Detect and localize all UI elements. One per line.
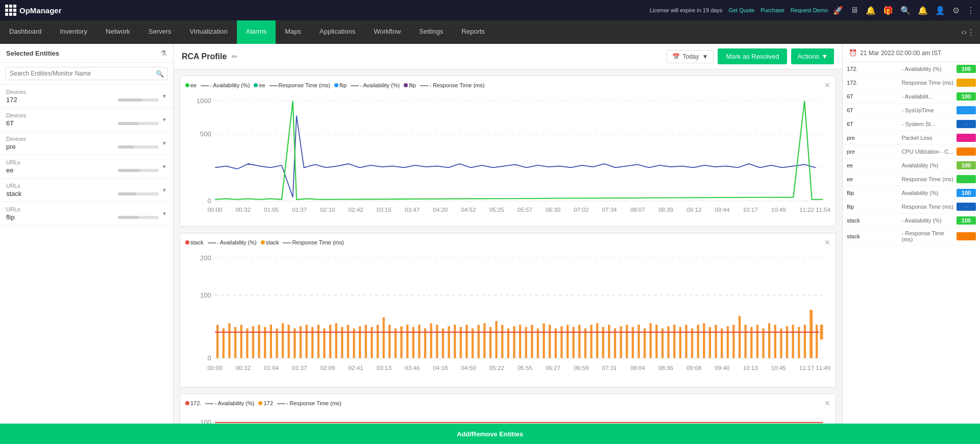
- svg-rect-133: [786, 326, 788, 358]
- nav-dashboard[interactable]: Dashboard: [0, 20, 51, 44]
- sidebar-items: Devices 172 ▼ Devices 6T: [0, 85, 173, 426]
- svg-rect-69: [406, 325, 408, 358]
- metric-label: Response Time (ms): [902, 80, 955, 86]
- sidebar-item-devices-pre: Devices pre ▼: [0, 132, 173, 155]
- sidebar-title: Selected Entities: [6, 50, 59, 57]
- header-actions: 📅 Today ▼ Mark as Resolved Actions ▼: [667, 48, 834, 64]
- svg-text:09:08: 09:08: [687, 364, 701, 371]
- svg-text:04:20: 04:20: [433, 206, 448, 213]
- chart1-legend: ee - Availability (%) ee Response Time (…: [185, 81, 830, 89]
- sidebar-item-urls-stack: URLs stack ▼: [0, 179, 173, 202]
- metric-badge: 100: [957, 92, 976, 101]
- nav-alarms[interactable]: Alarms: [237, 20, 276, 44]
- svg-rect-84: [495, 321, 497, 358]
- svg-rect-132: [780, 329, 782, 358]
- svg-rect-46: [270, 325, 272, 358]
- get-quote-link[interactable]: Get Quote: [728, 7, 754, 13]
- svg-text:05:25: 05:25: [489, 206, 504, 213]
- nav-applications[interactable]: Applications: [310, 20, 364, 44]
- metric-badge: -: [957, 175, 976, 183]
- nav-network[interactable]: Network: [96, 20, 139, 44]
- gift-icon[interactable]: 🎁: [883, 6, 893, 15]
- svg-text:03:15: 03:15: [377, 206, 391, 213]
- page-title: RCA Profile: [182, 52, 227, 61]
- chart2-svg: 200 100 0: [185, 251, 830, 380]
- svg-text:06:59: 06:59: [574, 364, 589, 371]
- svg-rect-129: [762, 329, 764, 358]
- request-demo-link[interactable]: Request Demo: [791, 7, 828, 13]
- svg-rect-60: [353, 329, 355, 358]
- nav-maps[interactable]: Maps: [276, 20, 310, 44]
- dots-icon[interactable]: ⋮: [967, 28, 975, 37]
- nav-virtualization[interactable]: Virtualization: [181, 20, 237, 44]
- svg-rect-42: [246, 329, 248, 358]
- search-submit-icon[interactable]: 🔍: [156, 70, 164, 78]
- edit-icon[interactable]: ✏: [232, 53, 238, 61]
- chart3-close-button[interactable]: ✕: [824, 399, 830, 407]
- svg-rect-47: [276, 329, 278, 358]
- bell-icon[interactable]: 🔔: [866, 6, 876, 15]
- nav-workflow[interactable]: Workflow: [364, 20, 410, 44]
- metric-label: - System St...: [902, 121, 955, 127]
- filter-icon[interactable]: ⚗: [160, 49, 167, 57]
- metric-entity-name: flip: [847, 190, 900, 196]
- svg-rect-104: [614, 329, 616, 358]
- metric-label: Response Time (ms): [902, 176, 955, 182]
- chart2-close-button[interactable]: ✕: [824, 238, 830, 246]
- dropdown-arrow-icon: ▼: [821, 53, 828, 60]
- date-picker[interactable]: 📅 Today ▼: [667, 50, 714, 63]
- svg-rect-51: [300, 326, 302, 358]
- svg-rect-39: [228, 323, 230, 358]
- metric-row: preCPU Utilization - C...-: [843, 145, 980, 159]
- svg-text:03:46: 03:46: [405, 364, 420, 371]
- navbar-more[interactable]: ‹ › ⋮: [956, 20, 980, 44]
- svg-rect-77: [454, 325, 456, 358]
- menu-icon[interactable]: ⋮: [967, 6, 975, 15]
- nav-inventory[interactable]: Inventory: [51, 20, 96, 44]
- add-remove-footer-button[interactable]: Add/Remove Entities: [457, 430, 523, 438]
- user-icon[interactable]: 👤: [935, 6, 945, 15]
- legend-line-stack2: Response Time (ms): [283, 239, 344, 245]
- search-icon[interactable]: 🔍: [900, 6, 911, 15]
- nav-settings[interactable]: Settings: [410, 20, 452, 44]
- alarm-icon[interactable]: 🔔: [918, 6, 928, 15]
- svg-rect-61: [359, 326, 361, 358]
- svg-rect-82: [483, 323, 485, 358]
- purchase-link[interactable]: Purchase: [761, 7, 784, 13]
- metric-row: flipAvailability (%)100: [843, 186, 980, 200]
- chevron-down-icon: ▼: [162, 211, 167, 216]
- nav-reports[interactable]: Reports: [452, 20, 494, 44]
- chart1-close-button[interactable]: ✕: [824, 81, 830, 89]
- svg-rect-67: [395, 329, 397, 358]
- chevron-down-icon: ▼: [162, 140, 167, 146]
- mark-as-resolved-button[interactable]: Mark as Resolved: [718, 48, 787, 64]
- actions-button[interactable]: Actions ▼: [791, 48, 834, 64]
- timestamp: 21 Mar 2022 02:00:00 am IST: [860, 50, 941, 57]
- metric-label: Packet Loss: [902, 135, 955, 141]
- metric-row: stack- Availability (%)100: [843, 214, 980, 228]
- svg-rect-93: [549, 325, 551, 358]
- search-input[interactable]: [5, 67, 168, 80]
- svg-rect-137: [810, 310, 813, 358]
- chevron-down-icon: ▼: [162, 187, 167, 193]
- svg-rect-118: [697, 325, 699, 358]
- legend-line-1: - Availability (%): [201, 82, 250, 88]
- svg-rect-122: [721, 329, 723, 358]
- svg-rect-43: [252, 326, 254, 358]
- settings-icon[interactable]: ⚙: [952, 6, 960, 15]
- legend-dot-4: flip: [404, 82, 416, 88]
- svg-rect-85: [501, 325, 503, 358]
- svg-rect-87: [513, 326, 515, 358]
- svg-rect-117: [691, 329, 693, 358]
- legend-dot-stack2: stack: [261, 239, 279, 245]
- metric-label: - SysUpTime: [902, 107, 955, 113]
- svg-rect-99: [584, 329, 586, 358]
- svg-text:00:00: 00:00: [208, 364, 223, 371]
- metric-entity-name: 172.: [847, 66, 900, 72]
- metric-label: CPU Utilization - C...: [902, 149, 955, 155]
- nav-servers[interactable]: Servers: [139, 20, 181, 44]
- rocket-icon[interactable]: 🚀: [833, 6, 843, 15]
- legend-dot-stack1: stack: [185, 239, 204, 245]
- monitor-icon[interactable]: 🖥: [850, 6, 859, 15]
- charts-column: ee - Availability (%) ee Response Time (…: [180, 76, 836, 438]
